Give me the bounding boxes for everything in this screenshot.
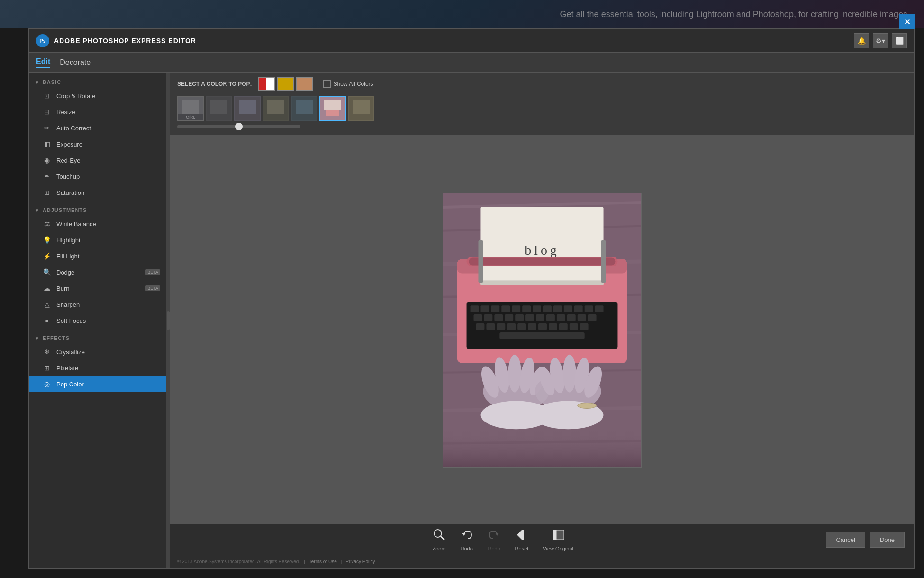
svg-rect-67	[559, 323, 568, 330]
svg-rect-40	[533, 305, 541, 312]
done-button[interactable]: Done	[870, 532, 905, 548]
svg-rect-59	[476, 323, 484, 330]
editor-window: Ps ADOBE PHOTOSHOP EXPRESS EDITOR 🔔 ⚙▾ ⬜…	[28, 28, 915, 569]
terms-of-use-link[interactable]: Terms of Use	[309, 559, 337, 564]
burn-icon: ☁	[42, 284, 52, 293]
sidebar-item-label: Exposure	[56, 141, 82, 148]
sidebar-item-crop-rotate[interactable]: ⊡ Crop & Rotate	[29, 88, 166, 104]
thumbnail-original[interactable]: Orig.	[177, 96, 204, 121]
svg-marker-89	[462, 533, 466, 536]
effect-intensity-slider[interactable]	[177, 125, 300, 128]
svg-rect-1	[182, 100, 199, 114]
cancel-button[interactable]: Cancel	[826, 532, 865, 548]
thumbnail-3[interactable]	[263, 96, 289, 121]
fullscreen-button[interactable]: ⬜	[892, 33, 907, 48]
sidebar-item-pixelate[interactable]: ⊞ Pixelate	[29, 360, 166, 376]
show-all-colors-container[interactable]: Show All Colors	[323, 80, 373, 88]
sidebar-item-crystallize[interactable]: ❄ Crystallize	[29, 344, 166, 360]
sidebar-item-resize[interactable]: ⊟ Resize	[29, 104, 166, 120]
window-close-button[interactable]: ✕	[899, 14, 915, 29]
svg-rect-5	[239, 100, 256, 114]
pixelate-icon: ⊞	[42, 363, 52, 373]
basic-arrow-icon: ▼	[35, 80, 40, 85]
sidebar-resize-handle[interactable]	[166, 73, 170, 568]
zoom-tool[interactable]: Zoom	[432, 528, 445, 551]
sidebar-item-label: Crystallize	[56, 349, 85, 356]
redo-tool[interactable]: Redo	[488, 528, 501, 551]
reset-tool[interactable]: Reset	[515, 528, 529, 551]
sidebar-item-touchup[interactable]: ✒ Touchup	[29, 168, 166, 184]
color-swatches	[258, 77, 313, 91]
nav-decorate-tab[interactable]: Decorate	[60, 58, 91, 67]
title-bar: Ps ADOBE PHOTOSHOP EXPRESS EDITOR 🔔 ⚙▾ ⬜	[29, 29, 914, 53]
svg-rect-60	[486, 323, 495, 330]
sidebar-item-sharpen[interactable]: △ Sharpen	[29, 296, 166, 312]
svg-rect-48	[484, 314, 492, 321]
show-all-colors-checkbox[interactable]	[323, 80, 331, 88]
svg-rect-65	[538, 323, 547, 330]
color-swatch-yellow[interactable]	[277, 77, 294, 91]
svg-rect-57	[578, 314, 586, 321]
view-original-tool[interactable]: View Original	[543, 528, 573, 551]
sidebar-item-highlight[interactable]: 💡 Highlight	[29, 232, 166, 248]
undo-tool[interactable]: Undo	[460, 528, 473, 551]
svg-rect-7	[267, 100, 284, 114]
thumbnail-4[interactable]	[291, 96, 317, 121]
sidebar-item-label: Soft Focus	[56, 317, 86, 324]
undo-icon	[460, 528, 473, 544]
sidebar-item-red-eye[interactable]: ◉ Red-Eye	[29, 152, 166, 168]
svg-rect-64	[528, 323, 536, 330]
svg-rect-34	[471, 305, 479, 312]
svg-rect-41	[543, 305, 552, 312]
sidebar-item-white-balance[interactable]: ⚖ White Balance	[29, 216, 166, 232]
svg-rect-37	[501, 305, 510, 312]
zoom-icon	[433, 528, 446, 544]
auto-correct-icon: ✏	[42, 123, 52, 133]
dodge-icon: 🔍	[42, 267, 52, 277]
sidebar-item-saturation[interactable]: ⊞ Saturation	[29, 184, 166, 201]
svg-rect-45	[585, 305, 593, 312]
svg-rect-63	[517, 323, 526, 330]
thumbnail-5[interactable]	[319, 96, 346, 121]
reset-icon	[515, 528, 528, 544]
settings-button[interactable]: ⚙▾	[873, 33, 888, 48]
pop-color-toolbar: SELECT A COLOR TO POP: Show All Colors	[170, 73, 914, 136]
color-swatch-tan[interactable]	[296, 77, 313, 91]
sidebar-item-auto-correct[interactable]: ✏ Auto Correct	[29, 120, 166, 136]
sidebar-item-pop-color[interactable]: ◎ Pop Color	[29, 376, 166, 392]
right-content: SELECT A COLOR TO POP: Show All Colors	[170, 73, 914, 568]
notification-button[interactable]: 🔔	[854, 33, 869, 48]
svg-rect-86	[443, 429, 641, 467]
fill-light-icon: ⚡	[42, 251, 52, 261]
svg-rect-46	[595, 305, 604, 312]
nav-edit-tab[interactable]: Edit	[36, 57, 50, 68]
svg-rect-11	[324, 100, 341, 110]
sidebar-item-burn[interactable]: ☁ Burn BETA	[29, 280, 166, 296]
svg-rect-42	[553, 305, 562, 312]
basic-section-header[interactable]: ▼ BASIC	[29, 76, 166, 88]
svg-rect-70	[499, 332, 584, 339]
color-swatch-red[interactable]	[258, 77, 275, 91]
pop-color-icon: ◎	[42, 379, 52, 389]
privacy-policy-link[interactable]: Privacy Policy	[345, 559, 375, 564]
sidebar-item-label: Dodge	[56, 269, 74, 276]
svg-rect-62	[507, 323, 516, 330]
bottom-toolbar: Zoom Undo Redo	[170, 524, 914, 555]
resize-icon: ⊟	[42, 107, 52, 117]
adjustments-section-label: ADJUSTMENTS	[43, 207, 87, 213]
sidebar-item-fill-light[interactable]: ⚡ Fill Light	[29, 248, 166, 264]
thumbnail-2[interactable]	[234, 96, 261, 121]
slider-row	[177, 123, 907, 130]
sidebar-item-soft-focus[interactable]: ● Soft Focus	[29, 312, 166, 329]
nav-bar: Edit Decorate	[29, 53, 914, 73]
sidebar-item-dodge[interactable]: 🔍 Dodge BETA	[29, 264, 166, 280]
svg-point-85	[578, 403, 597, 408]
thumbnail-1[interactable]	[206, 96, 232, 121]
sidebar-item-label: Auto Correct	[56, 125, 91, 132]
sidebar-item-exposure[interactable]: ◧ Exposure	[29, 136, 166, 152]
view-original-label: View Original	[543, 546, 573, 551]
thumbnail-6[interactable]	[348, 96, 374, 121]
effects-section-header[interactable]: ▼ EFFECTS	[29, 332, 166, 344]
adjustments-section-header[interactable]: ▼ ADJUSTMENTS	[29, 204, 166, 216]
svg-rect-92	[522, 530, 524, 540]
